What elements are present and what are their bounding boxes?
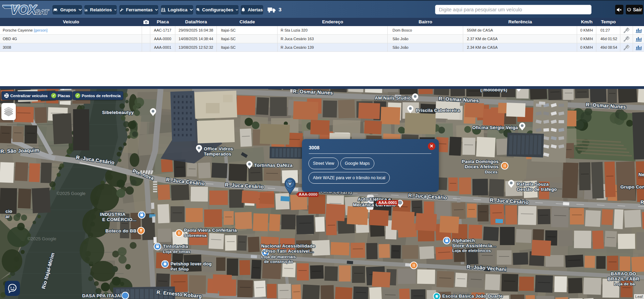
svg-text:Paola Domingos -: Paola Domingos -	[462, 159, 502, 164]
svg-text:VOX: VOX	[10, 3, 37, 17]
svg-text:Gestão de tráfego: Gestão de tráfego	[517, 187, 557, 192]
svg-text:INDÚSTRIA: INDÚSTRIA	[100, 212, 126, 217]
svg-text:R: R	[640, 199, 644, 205]
svg-text:AAA-0001: AAA-0001	[378, 200, 397, 205]
svg-text:- Piso Tátil Acessível...: - Piso Tátil Acessível...	[262, 249, 314, 254]
svg-text:DASA PPA ITAJAÍ: DASA PPA ITAJAÍ	[82, 293, 121, 298]
svg-text:AAA-0000: AAA-0000	[299, 192, 317, 196]
svg-text:Temperados: Temperados	[204, 151, 231, 157]
svg-text:Sibelebeautyy: Sibelebeautyy	[102, 110, 134, 115]
svg-text:©2025 Google: ©2025 Google	[27, 236, 56, 241]
svg-text:Grupo Con: Grupo Con	[620, 184, 644, 189]
svg-text:Store-Assistência...: Store-Assistência...	[452, 243, 496, 248]
svg-text:Tintolandia: Tintolandia	[163, 244, 188, 249]
svg-text:BRAZIL-FÁBR: BRAZIL-FÁBR	[608, 276, 640, 281]
svg-text:Tortinhas DaNiza: Tortinhas DaNiza	[254, 163, 293, 168]
svg-text:Doces Afetivos: Doces Afetivos	[465, 164, 499, 169]
svg-text:Loja de materiais: Loja de materiais	[261, 254, 296, 259]
svg-text:cio: cio	[5, 209, 12, 214]
svg-text:Paola Vieira Confeitaria: Paola Vieira Confeitaria	[184, 228, 237, 233]
svg-text:Petshop lover dog: Petshop lover dog	[171, 261, 212, 266]
svg-text:Pet Shop: Pet Shop	[171, 267, 189, 272]
svg-text:Rafaela Souza: Rafaela Souza	[517, 182, 549, 187]
svg-text:Oficina Sérgio Veiga: Oficina Sérgio Veiga	[472, 125, 518, 130]
svg-text:New: New	[639, 172, 644, 177]
svg-text:Loja de eletrônicos: Loja de eletrônicos	[452, 248, 491, 253]
svg-text:AM Nails Studio: AM Nails Studio	[375, 95, 411, 101]
svg-text:Loja de tintas: Loja de tintas	[163, 249, 190, 254]
svg-text:( motoboys): ( motoboys)	[480, 89, 507, 92]
svg-text:Office Vidros: Office Vidros	[204, 146, 233, 151]
svg-text:de construção: de construção	[264, 259, 293, 264]
svg-text:Sobremesa: Sobremesa	[184, 233, 207, 238]
svg-text:Escola Básica João Duarte: Escola Básica João Duarte	[442, 294, 503, 299]
svg-text:BARAO DO: BARAO DO	[611, 271, 636, 276]
svg-text:Alphatech: Alphatech	[452, 238, 475, 243]
svg-text:Loja de ba: Loja de ba	[614, 281, 635, 286]
svg-text:Priscila Cabelereira: Priscila Cabelereira	[416, 108, 460, 113]
svg-text:Nacional Acessibilidade: Nacional Acessibilidade	[261, 243, 315, 249]
svg-text:SAT: SAT	[35, 8, 49, 16]
svg-text:E COMÉRCIO...: E COMÉRCIO...	[102, 217, 137, 222]
svg-text:Boteco do BB: Boteco do BB	[105, 228, 137, 233]
svg-text:Doces: Doces	[485, 170, 498, 174]
svg-text:©2025 Google: ©2025 Google	[57, 191, 85, 196]
svg-text:ar: ar	[5, 214, 10, 219]
